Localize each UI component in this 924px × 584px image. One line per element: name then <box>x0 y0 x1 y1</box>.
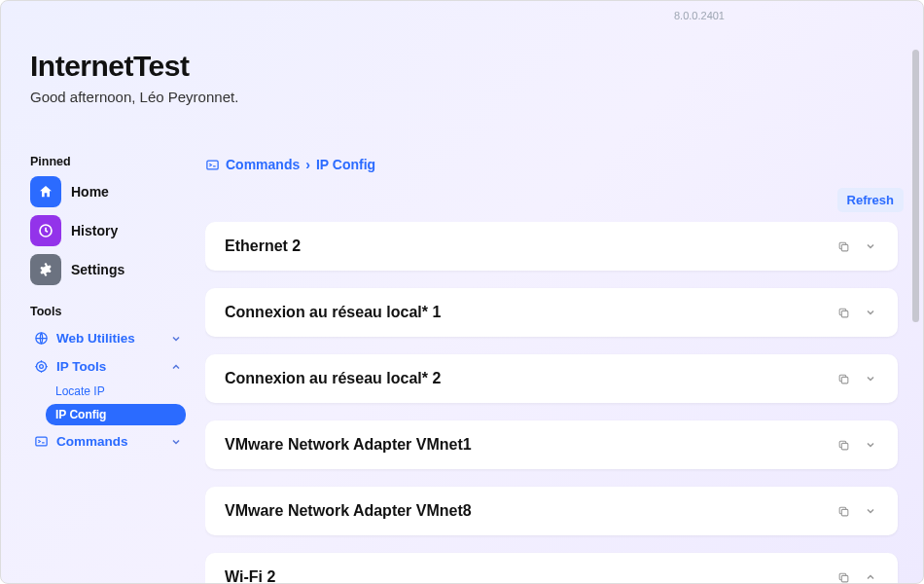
adapter-name: Wi-Fi 2 <box>225 568 824 583</box>
chevron-down-icon[interactable] <box>863 503 878 519</box>
content-area: Pinned Home History Settings Tools Web U… <box>1 30 923 583</box>
svg-rect-12 <box>841 244 848 251</box>
sidebar-item-label: Settings <box>71 262 124 277</box>
sidebar-item-history[interactable]: History <box>30 215 186 246</box>
globe-icon <box>34 331 49 346</box>
tool-label: Commands <box>56 434 128 449</box>
tool-group-commands: Commands <box>30 429 186 454</box>
copy-icon[interactable] <box>835 305 851 320</box>
adapter-card: VMware Network Adapter VMnet8 <box>205 487 898 535</box>
minimize-button[interactable] <box>822 8 841 23</box>
history-icon <box>30 215 61 246</box>
close-button[interactable] <box>896 8 915 23</box>
terminal-icon <box>34 434 49 449</box>
sidebar-item-home[interactable]: Home <box>30 176 186 207</box>
pin-location-icon <box>34 359 49 374</box>
tools-section-label: Tools <box>30 305 186 318</box>
tool-label: IP Tools <box>56 359 106 374</box>
breadcrumb-current: IP Config <box>316 157 375 172</box>
header-block: InternetTest Good afternoon, Léo Peyronn… <box>30 50 238 105</box>
copy-icon[interactable] <box>835 437 851 453</box>
adapter-name: Connexion au réseau local* 2 <box>225 370 824 387</box>
adapter-name: VMware Network Adapter VMnet8 <box>225 502 824 520</box>
copy-icon[interactable] <box>835 238 851 254</box>
breadcrumb-parent[interactable]: Commands <box>226 157 300 172</box>
chevron-down-icon[interactable] <box>863 305 878 320</box>
svg-rect-15 <box>841 443 848 450</box>
adapter-card: Connexion au réseau local* 2 <box>205 354 898 403</box>
breadcrumb-separator: › <box>305 157 310 172</box>
svg-rect-11 <box>207 161 218 169</box>
adapter-name: Ethernet 2 <box>225 237 824 255</box>
chevron-down-icon[interactable] <box>863 437 878 453</box>
svg-point-8 <box>37 362 47 372</box>
adapter-card: Connexion au réseau local* 1 <box>205 288 898 337</box>
tool-group-web-utilities: Web Utilities <box>30 326 186 350</box>
home-icon <box>30 176 61 207</box>
tool-header-web-utilities[interactable]: Web Utilities <box>30 326 186 350</box>
tool-subitem-locate-ip[interactable]: Locate IP <box>46 381 186 402</box>
chevron-down-icon[interactable] <box>863 238 878 254</box>
svg-point-9 <box>40 365 44 369</box>
main-panel: Commands › IP Config Refresh Ethernet 2 <box>186 30 904 583</box>
adapter-card: VMware Network Adapter VMnet1 <box>205 420 898 469</box>
version-label: 8.0.0.2401 <box>674 10 725 21</box>
copy-icon[interactable] <box>835 503 851 519</box>
chevron-down-icon <box>170 333 182 345</box>
pinned-section-label: Pinned <box>30 155 186 168</box>
svg-rect-16 <box>841 509 848 516</box>
adapter-card: Ethernet 2 <box>205 222 898 271</box>
copy-icon[interactable] <box>835 371 851 386</box>
titlebar: 8.0.0.2401 <box>1 1 923 30</box>
svg-rect-14 <box>841 377 848 383</box>
scrollbar[interactable] <box>912 50 919 322</box>
adapter-list[interactable]: Ethernet 2 Connexion au réseau local* 1 … <box>205 222 904 583</box>
tool-header-commands[interactable]: Commands <box>30 429 186 454</box>
tool-subitem-ip-config[interactable]: IP Config <box>46 404 186 425</box>
tool-header-ip-tools[interactable]: IP Tools <box>30 354 186 379</box>
adapter-card: Wi-Fi 2 Status Connected <box>205 553 898 583</box>
chevron-up-icon <box>170 361 182 373</box>
pin-icon[interactable] <box>748 8 767 23</box>
chevron-up-icon[interactable] <box>863 569 878 583</box>
sidebar-item-settings[interactable]: Settings <box>30 254 186 285</box>
copy-icon[interactable] <box>835 569 851 583</box>
maximize-button[interactable] <box>859 8 878 23</box>
greeting: Good afternoon, Léo Peyronnet. <box>30 89 238 105</box>
chevron-down-icon <box>170 436 182 448</box>
sidebar-item-label: History <box>71 223 118 238</box>
svg-rect-13 <box>841 310 848 317</box>
app-title: InternetTest <box>30 50 238 83</box>
sidebar: Pinned Home History Settings Tools Web U… <box>30 30 186 583</box>
svg-rect-17 <box>841 575 848 582</box>
gear-icon <box>30 254 61 285</box>
tool-group-ip-tools: IP Tools Locate IP IP Config <box>30 354 186 425</box>
adapter-name: VMware Network Adapter VMnet1 <box>225 436 824 454</box>
svg-rect-10 <box>36 437 47 446</box>
lock-icon[interactable] <box>785 8 804 23</box>
sidebar-item-label: Home <box>71 184 109 200</box>
refresh-button[interactable]: Refresh <box>837 188 904 212</box>
app-window: 8.0.0.2401 InternetTest Good afternoon, … <box>0 0 924 584</box>
tool-label: Web Utilities <box>56 331 135 346</box>
breadcrumb: Commands › IP Config <box>205 157 904 172</box>
adapter-name: Connexion au réseau local* 1 <box>225 304 824 321</box>
chevron-down-icon[interactable] <box>863 371 878 386</box>
terminal-icon <box>205 158 220 172</box>
